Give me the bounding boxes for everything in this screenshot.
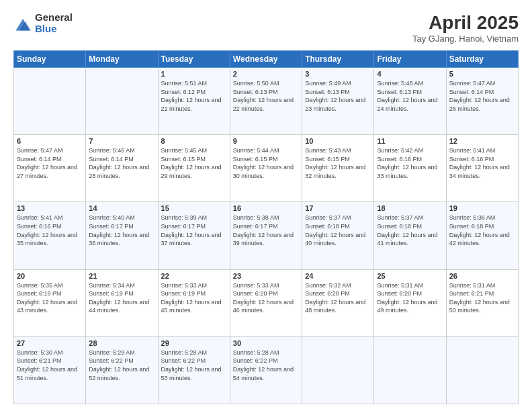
day-number: 23 — [233, 272, 299, 280]
day-number: 7 — [89, 137, 154, 145]
calendar-cell: 5Sunrise: 5:47 AMSunset: 6:14 PMDaylight… — [446, 68, 518, 135]
calendar-cell: 3Sunrise: 5:49 AMSunset: 6:13 PMDaylight… — [302, 68, 374, 135]
day-number: 27 — [17, 339, 83, 347]
calendar-cell: 26Sunrise: 5:31 AMSunset: 6:21 PMDayligh… — [446, 269, 518, 336]
day-info: Sunrise: 5:50 AMSunset: 6:13 PMDaylight:… — [233, 79, 299, 113]
header-tuesday: Tuesday — [158, 51, 230, 68]
day-info: Sunrise: 5:49 AMSunset: 6:13 PMDaylight:… — [305, 79, 371, 113]
calendar-cell — [374, 336, 446, 404]
day-number: 25 — [377, 272, 443, 280]
calendar-cell: 10Sunrise: 5:43 AMSunset: 6:15 PMDayligh… — [302, 135, 374, 202]
day-number: 4 — [377, 70, 443, 78]
calendar-cell — [14, 68, 86, 135]
calendar-cell: 23Sunrise: 5:33 AMSunset: 6:20 PMDayligh… — [230, 269, 302, 336]
day-number: 14 — [89, 204, 154, 212]
day-info: Sunrise: 5:32 AMSunset: 6:20 PMDaylight:… — [305, 281, 371, 315]
calendar-cell: 7Sunrise: 5:46 AMSunset: 6:14 PMDaylight… — [86, 135, 158, 202]
calendar-cell: 27Sunrise: 5:30 AMSunset: 6:21 PMDayligh… — [14, 336, 86, 404]
calendar-cell — [446, 336, 518, 404]
day-info: Sunrise: 5:31 AMSunset: 6:21 PMDaylight:… — [449, 281, 515, 315]
day-number: 29 — [161, 339, 227, 347]
calendar-week-2: 6Sunrise: 5:47 AMSunset: 6:14 PMDaylight… — [14, 135, 519, 202]
day-number: 6 — [17, 137, 83, 145]
header-monday: Monday — [86, 51, 158, 68]
day-info: Sunrise: 5:51 AMSunset: 6:12 PMDaylight:… — [161, 79, 227, 113]
day-number: 28 — [89, 339, 154, 347]
calendar-cell: 9Sunrise: 5:44 AMSunset: 6:15 PMDaylight… — [230, 135, 302, 202]
calendar-cell: 17Sunrise: 5:37 AMSunset: 6:18 PMDayligh… — [302, 202, 374, 269]
calendar-cell: 21Sunrise: 5:34 AMSunset: 6:19 PMDayligh… — [86, 269, 158, 336]
day-number: 9 — [233, 137, 299, 145]
day-number: 5 — [449, 70, 515, 78]
day-info: Sunrise: 5:31 AMSunset: 6:20 PMDaylight:… — [377, 281, 443, 315]
calendar-cell: 18Sunrise: 5:37 AMSunset: 6:18 PMDayligh… — [374, 202, 446, 269]
calendar-title: April 2025 — [412, 12, 519, 34]
day-info: Sunrise: 5:40 AMSunset: 6:17 PMDaylight:… — [89, 214, 154, 247]
day-info: Sunrise: 5:45 AMSunset: 6:15 PMDaylight:… — [161, 146, 227, 180]
day-number: 1 — [161, 70, 227, 78]
calendar-cell: 15Sunrise: 5:39 AMSunset: 6:17 PMDayligh… — [158, 202, 230, 269]
header-saturday: Saturday — [446, 51, 518, 68]
header-thursday: Thursday — [302, 51, 374, 68]
day-number: 12 — [449, 137, 515, 145]
day-number: 26 — [449, 272, 515, 280]
day-number: 3 — [305, 70, 371, 78]
calendar-cell: 16Sunrise: 5:38 AMSunset: 6:17 PMDayligh… — [230, 202, 302, 269]
calendar-table: Sunday Monday Tuesday Wednesday Thursday… — [13, 50, 519, 404]
day-info: Sunrise: 5:30 AMSunset: 6:21 PMDaylight:… — [17, 349, 83, 382]
calendar-cell: 4Sunrise: 5:48 AMSunset: 6:13 PMDaylight… — [374, 68, 446, 135]
calendar-week-5: 27Sunrise: 5:30 AMSunset: 6:21 PMDayligh… — [14, 336, 519, 404]
logo-text: General Blue — [35, 12, 73, 34]
calendar-cell: 11Sunrise: 5:42 AMSunset: 6:16 PMDayligh… — [374, 135, 446, 202]
day-number: 24 — [305, 272, 371, 280]
day-number: 22 — [161, 272, 227, 280]
day-number: 21 — [89, 272, 154, 280]
calendar-cell: 20Sunrise: 5:35 AMSunset: 6:19 PMDayligh… — [14, 269, 86, 336]
day-info: Sunrise: 5:47 AMSunset: 6:14 PMDaylight:… — [449, 79, 515, 113]
calendar-cell: 8Sunrise: 5:45 AMSunset: 6:15 PMDaylight… — [158, 135, 230, 202]
day-number: 19 — [449, 204, 515, 212]
calendar-cell: 13Sunrise: 5:41 AMSunset: 6:16 PMDayligh… — [14, 202, 86, 269]
day-info: Sunrise: 5:41 AMSunset: 6:16 PMDaylight:… — [17, 214, 83, 247]
calendar-cell — [86, 68, 158, 135]
day-info: Sunrise: 5:28 AMSunset: 6:22 PMDaylight:… — [233, 349, 299, 382]
day-number: 2 — [233, 70, 299, 78]
day-number: 15 — [161, 204, 227, 212]
title-block: April 2025 Tay GJang, Hanoi, Vietnam — [412, 12, 519, 44]
day-number: 10 — [305, 137, 371, 145]
day-number: 17 — [305, 204, 371, 212]
calendar-week-4: 20Sunrise: 5:35 AMSunset: 6:19 PMDayligh… — [14, 269, 519, 336]
day-info: Sunrise: 5:48 AMSunset: 6:13 PMDaylight:… — [377, 79, 443, 113]
calendar-cell: 22Sunrise: 5:33 AMSunset: 6:19 PMDayligh… — [158, 269, 230, 336]
day-number: 11 — [377, 137, 443, 145]
day-number: 20 — [17, 272, 83, 280]
calendar-week-3: 13Sunrise: 5:41 AMSunset: 6:16 PMDayligh… — [14, 202, 519, 269]
logo-icon — [13, 14, 32, 33]
day-info: Sunrise: 5:35 AMSunset: 6:19 PMDaylight:… — [17, 281, 83, 315]
logo-general: General — [35, 12, 73, 24]
calendar-week-1: 1Sunrise: 5:51 AMSunset: 6:12 PMDaylight… — [14, 68, 519, 135]
calendar-subtitle: Tay GJang, Hanoi, Vietnam — [412, 34, 519, 44]
header-friday: Friday — [374, 51, 446, 68]
calendar-cell: 28Sunrise: 5:29 AMSunset: 6:22 PMDayligh… — [86, 336, 158, 404]
day-info: Sunrise: 5:33 AMSunset: 6:19 PMDaylight:… — [161, 281, 227, 315]
calendar-cell: 25Sunrise: 5:31 AMSunset: 6:20 PMDayligh… — [374, 269, 446, 336]
day-info: Sunrise: 5:34 AMSunset: 6:19 PMDaylight:… — [89, 281, 154, 315]
page: General Blue April 2025 Tay GJang, Hanoi… — [0, 0, 532, 411]
calendar-cell: 12Sunrise: 5:41 AMSunset: 6:16 PMDayligh… — [446, 135, 518, 202]
day-number: 18 — [377, 204, 443, 212]
day-number: 8 — [161, 137, 227, 145]
day-info: Sunrise: 5:37 AMSunset: 6:18 PMDaylight:… — [377, 214, 443, 247]
calendar-cell: 14Sunrise: 5:40 AMSunset: 6:17 PMDayligh… — [86, 202, 158, 269]
day-info: Sunrise: 5:43 AMSunset: 6:15 PMDaylight:… — [305, 146, 371, 180]
day-info: Sunrise: 5:47 AMSunset: 6:14 PMDaylight:… — [17, 146, 83, 180]
header-wednesday: Wednesday — [230, 51, 302, 68]
calendar-cell: 30Sunrise: 5:28 AMSunset: 6:22 PMDayligh… — [230, 336, 302, 404]
calendar-cell: 1Sunrise: 5:51 AMSunset: 6:12 PMDaylight… — [158, 68, 230, 135]
calendar-cell: 6Sunrise: 5:47 AMSunset: 6:14 PMDaylight… — [14, 135, 86, 202]
day-info: Sunrise: 5:37 AMSunset: 6:18 PMDaylight:… — [305, 214, 371, 247]
calendar-cell: 29Sunrise: 5:28 AMSunset: 6:22 PMDayligh… — [158, 336, 230, 404]
logo: General Blue — [13, 12, 73, 34]
day-info: Sunrise: 5:39 AMSunset: 6:17 PMDaylight:… — [161, 214, 227, 247]
day-info: Sunrise: 5:42 AMSunset: 6:16 PMDaylight:… — [377, 146, 443, 180]
